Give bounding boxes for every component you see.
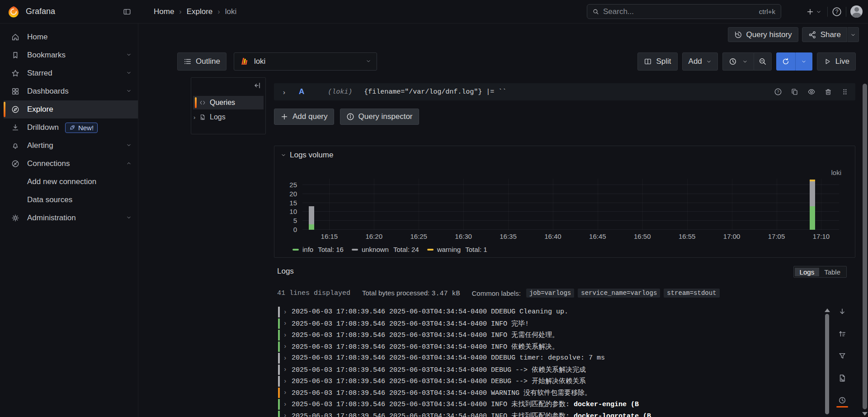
outline-item-logs[interactable]: › Logs	[193, 110, 264, 124]
time-picker-button[interactable]	[722, 52, 754, 71]
log-row[interactable]: › 2025-06-03 17:08:39.546 2025-06-03T04:…	[278, 318, 818, 330]
sidebar-item-dashboards[interactable]: Dashboards	[4, 82, 138, 100]
share-dropdown-button[interactable]	[847, 27, 859, 42]
delete-query-icon[interactable]	[824, 88, 832, 96]
log-context-button[interactable]	[838, 374, 846, 382]
volume-bar[interactable]	[810, 180, 815, 230]
logs-scrollbar[interactable]	[824, 306, 830, 417]
query-inspector-button[interactable]: Query inspector	[340, 109, 419, 125]
breadcrumb-item[interactable]: Explore	[187, 7, 213, 16]
live-button[interactable]: Live	[817, 52, 856, 71]
expand-log-row-icon[interactable]: ›	[283, 366, 287, 373]
expand-log-row-icon[interactable]: ›	[283, 412, 287, 417]
expand-log-row-icon[interactable]: ›	[283, 355, 287, 362]
sidebar-item-starred[interactable]: Starred	[4, 64, 138, 82]
query-editor-row[interactable]: › A (loki) {filename="/var/log/dnf.log"}…	[274, 83, 855, 100]
log-row[interactable]: › 2025-06-03 17:08:39.546 2025-06-03T04:…	[278, 364, 818, 376]
duplicate-query-icon[interactable]	[791, 88, 799, 96]
sidebar-item-explore[interactable]: Explore	[4, 100, 138, 118]
collapse-outline-icon[interactable]	[254, 81, 262, 90]
scroll-to-bottom-button[interactable]	[838, 308, 846, 316]
legend-item[interactable]: unknownTotal: 24	[352, 246, 419, 253]
sidebar-item-administration[interactable]: Administration	[4, 209, 138, 227]
filter-button[interactable]	[838, 352, 846, 360]
sidebar-item-add-new-connection[interactable]: Add new connection	[4, 173, 138, 191]
log-row[interactable]: › 2025-06-03 17:08:39.546 2025-06-03T04:…	[278, 375, 818, 387]
zoom-out-button[interactable]	[754, 52, 772, 71]
query-help-icon[interactable]: ?	[774, 88, 782, 96]
user-avatar[interactable]	[850, 5, 863, 18]
expand-log-row-icon[interactable]: ›	[283, 343, 287, 350]
toggle-table[interactable]: Table	[819, 268, 845, 276]
label-chip[interactable]: job=varlogs	[526, 289, 574, 298]
query-history-button[interactable]: Query history	[728, 27, 798, 42]
expand-log-row-icon[interactable]: ›	[283, 308, 287, 316]
add-button[interactable]: Add	[682, 52, 718, 71]
sidebar-item-home[interactable]: Home	[4, 28, 138, 46]
dock-menu-icon[interactable]	[121, 6, 133, 18]
log-row[interactable]: › 2025-06-03 17:08:39.546 2025-06-03T04:…	[278, 341, 818, 353]
scroll-down-arrow-icon[interactable]	[862, 412, 868, 416]
log-row[interactable]: › 2025-06-03 17:08:39.546 2025-06-03T04:…	[278, 398, 818, 410]
add-query-button[interactable]: Add query	[274, 109, 334, 125]
sidebar-item-data-sources[interactable]: Data sources	[4, 191, 138, 209]
sidebar-item-drilldown[interactable]: Drilldown New!	[4, 118, 138, 137]
outline-button[interactable]: Outline	[177, 52, 226, 71]
query-collapse-icon[interactable]: ›	[283, 88, 285, 96]
help-button[interactable]: ?	[832, 7, 842, 17]
breadcrumb-separator: ›	[217, 8, 220, 16]
run-query-dropdown-button[interactable]	[795, 52, 812, 71]
legend-item[interactable]: warningTotal: 1	[427, 246, 487, 253]
show-timestamps-button[interactable]	[836, 396, 848, 408]
log-row[interactable]: › 2025-06-03 17:08:39.546 2025-06-03T04:…	[278, 329, 818, 341]
log-row[interactable]: › 2025-06-03 17:08:39.546 2025-06-03T04:…	[278, 306, 818, 318]
run-query-button[interactable]	[776, 52, 795, 71]
sidebar-item-connections[interactable]: Connections	[4, 155, 138, 173]
log-row[interactable]: › 2025-06-03 17:08:39.546 2025-06-03T04:…	[278, 387, 818, 399]
label-chip[interactable]: service_name=varlogs	[578, 289, 660, 298]
sort-order-button[interactable]	[838, 330, 846, 338]
sidebar-item-alerting[interactable]: Alerting	[4, 137, 138, 155]
legend-item[interactable]: infoTotal: 16	[292, 246, 344, 253]
breadcrumb-item[interactable]: Home	[154, 7, 174, 16]
toggle-logs[interactable]: Logs	[795, 268, 820, 276]
search-input[interactable]: Search... ctrl+k	[587, 4, 781, 19]
split-button[interactable]: Split	[637, 52, 677, 71]
query-ref-id[interactable]: A	[299, 87, 304, 96]
sidebar-item-bookmarks[interactable]: Bookmarks	[4, 46, 138, 64]
expand-log-row-icon[interactable]: ›	[283, 320, 287, 327]
expand-icon[interactable]: ›	[193, 114, 195, 121]
share-button[interactable]: Share	[802, 27, 847, 42]
log-level-indicator	[278, 353, 280, 364]
expand-log-row-icon[interactable]: ›	[283, 378, 287, 385]
chevron-down-icon[interactable]	[126, 213, 132, 223]
chevron-down-icon[interactable]	[126, 69, 132, 78]
breadcrumb-item[interactable]: loki	[225, 7, 237, 16]
x-tick-label: 16:35	[500, 232, 517, 240]
drag-handle-icon[interactable]	[841, 88, 849, 96]
chevron-down-icon[interactable]	[126, 87, 132, 96]
add-menu-button[interactable]	[804, 6, 823, 18]
page-scrollbar-thumb[interactable]	[863, 84, 867, 409]
scroll-up-arrow-icon[interactable]	[825, 308, 830, 312]
log-row[interactable]: › 2025-06-03 17:08:39.546 2025-06-03T04:…	[278, 352, 818, 364]
logs-volume-plot[interactable]	[302, 179, 839, 230]
chevron-down-icon[interactable]	[126, 141, 132, 150]
chevron-up-icon[interactable]	[126, 159, 132, 168]
datasource-picker[interactable]: loki	[234, 52, 377, 71]
expand-log-row-icon[interactable]: ›	[283, 332, 287, 339]
logs-scrollbar-thumb[interactable]	[825, 314, 829, 414]
chevron-down-icon[interactable]	[126, 51, 132, 60]
expand-log-row-icon[interactable]: ›	[283, 401, 287, 408]
log-row[interactable]: › 2025-06-03 17:08:39.546 2025-06-03T04:…	[278, 410, 818, 417]
query-expression[interactable]: {filename="/var/log/dnf.log"} |= ``	[364, 88, 506, 96]
hide-query-icon[interactable]	[807, 88, 816, 96]
logs-volume-header[interactable]: Logs volume	[281, 151, 333, 160]
svg-text:?: ?	[835, 9, 839, 15]
page-scrollbar[interactable]	[862, 24, 868, 417]
series-label[interactable]: loki	[831, 169, 841, 176]
outline-item-queries[interactable]: Queries	[193, 96, 264, 109]
label-chip[interactable]: stream=stdout	[664, 289, 719, 298]
expand-log-row-icon[interactable]: ›	[283, 389, 287, 396]
volume-bar[interactable]	[309, 206, 314, 230]
